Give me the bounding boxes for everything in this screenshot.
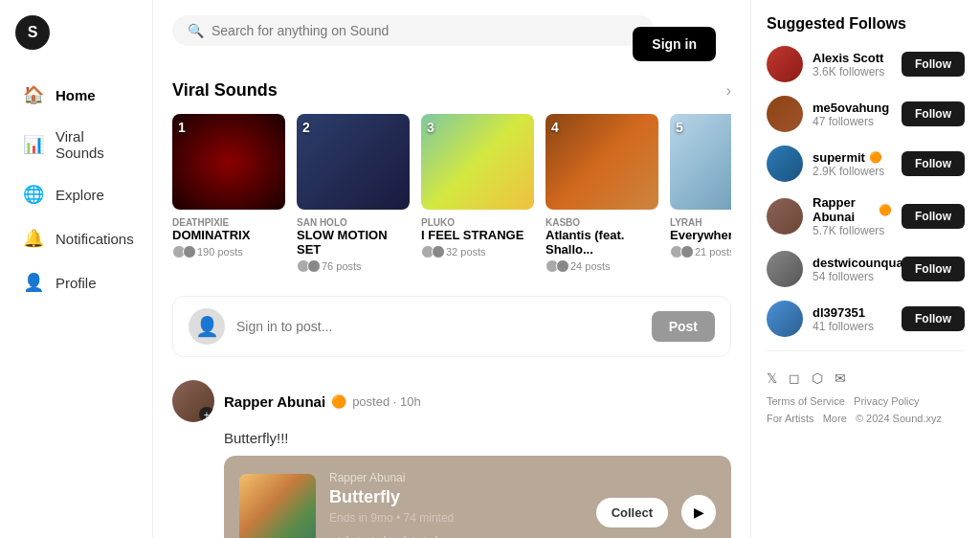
sound-name: Everywhere <box>670 228 731 242</box>
explore-icon: 🌐 <box>23 184 44 205</box>
viral-sounds-arrow[interactable]: › <box>726 82 731 100</box>
feed-post: + Rapper Abunai 🟠 posted · 10h Butterfly… <box>172 380 731 538</box>
suggest-avatar <box>767 198 803 235</box>
music-info: Rapper Abunai Butterfly Ends in 9mo • 74… <box>329 471 583 538</box>
feed-avatar[interactable]: + <box>172 380 214 422</box>
suggest-followers: 2.9K followers <box>813 165 892 178</box>
suggest-name: supermit 🟠 <box>813 150 892 165</box>
suggest-avatar <box>767 251 803 287</box>
footer-links: Terms of Service Privacy Policy For Arti… <box>767 393 965 427</box>
feed-time: 10h <box>400 394 421 409</box>
avatars-mini <box>297 259 318 273</box>
follow-button[interactable]: Follow <box>902 101 965 126</box>
suggest-item: me5ovahung 47 followers Follow <box>767 96 965 132</box>
suggest-name: dl397351 <box>813 305 892 320</box>
suggest-followers: 5.7K followers <box>813 224 892 237</box>
suggest-avatar <box>767 146 803 182</box>
post-input[interactable] <box>236 319 640 334</box>
sound-thumb: 5 <box>670 114 731 210</box>
more-link[interactable]: More <box>823 413 847 424</box>
avatar-mini <box>556 259 569 273</box>
sidebar-item-profile[interactable]: 👤 Profile <box>8 262 145 303</box>
footer: 𝕏 ◻ ⬡ ✉ Terms of Service Privacy Policy … <box>767 350 965 427</box>
signin-button[interactable]: Sign in <box>633 27 716 61</box>
verified-badge: 🟠 <box>879 204 892 216</box>
sidebar-item-label: Profile <box>56 275 97 291</box>
avatars-mini <box>670 245 691 258</box>
suggest-item: destwicounquaytracy 54 followers Follow <box>767 251 965 287</box>
discord-icon[interactable]: ⬡ <box>812 370 823 386</box>
sound-card[interactable]: 3 PLUKO I FEEL STRANGE 32 posts <box>421 114 534 273</box>
sound-card[interactable]: 4 KASBO Atlantis (feat. Shallo... 24 pos… <box>546 114 658 273</box>
suggest-item: Alexis Scott 3.6K followers Follow <box>767 46 965 82</box>
sidebar-item-notifications[interactable]: 🔔 Notifications <box>8 218 145 258</box>
follow-plus-icon[interactable]: + <box>199 407 214 422</box>
sound-card[interactable]: 2 SAN HOLO SLOW MOTION SET 76 posts <box>297 114 410 273</box>
sound-posts: 32 posts <box>421 245 534 258</box>
post-avatar: 👤 <box>189 308 225 345</box>
verified-badge: 🟠 <box>869 151 882 164</box>
sound-artist: KASBO <box>546 217 658 228</box>
suggest-info: supermit 🟠 2.9K followers <box>813 150 892 178</box>
sound-artist: DEATHPIXIE <box>172 217 285 228</box>
artists-link[interactable]: For Artists <box>767 413 814 424</box>
twitter-icon[interactable]: 𝕏 <box>767 370 777 386</box>
sidebar: S 🏠 Home 📊 Viral Sounds 🌐 Explore 🔔 Noti… <box>0 0 153 538</box>
app-logo[interactable]: S <box>15 15 50 50</box>
sound-posts: 21 posts <box>670 245 731 258</box>
sidebar-item-label: Notifications <box>56 231 134 247</box>
suggest-avatar <box>767 301 803 337</box>
sound-number: 5 <box>676 120 683 135</box>
sound-thumb: 4 <box>546 114 658 210</box>
sound-thumb: 1 <box>172 114 285 210</box>
profile-icon: 👤 <box>23 272 44 293</box>
suggest-name: destwicounquaytracy <box>813 256 892 270</box>
follow-button[interactable]: Follow <box>902 257 965 281</box>
feed-username[interactable]: Rapper Abunai <box>224 393 325 410</box>
suggest-info: Rapper Abunai 🟠 5.7K followers <box>813 195 892 237</box>
search-bar[interactable]: 🔍 <box>172 15 655 46</box>
follow-button[interactable]: Follow <box>902 151 965 176</box>
sidebar-item-viral-sounds[interactable]: 📊 Viral Sounds <box>8 119 145 170</box>
avatars-mini <box>172 245 193 258</box>
viral-sounds-icon: 📊 <box>23 134 44 155</box>
sound-card[interactable]: 5 LYRAH Everywhere 21 posts <box>670 114 731 273</box>
instagram-icon[interactable]: ◻ <box>789 370 800 386</box>
follow-button[interactable]: Follow <box>902 204 965 229</box>
suggest-list: Alexis Scott 3.6K followers Follow me5ov… <box>767 46 965 337</box>
terms-link[interactable]: Terms of Service <box>767 395 845 407</box>
follow-button[interactable]: Follow <box>902 306 965 331</box>
music-card: Rapper Abunai Butterfly Ends in 9mo • 74… <box>224 456 731 538</box>
follow-button[interactable]: Follow <box>902 52 965 77</box>
avatars-mini <box>421 245 442 258</box>
avatar-mini <box>183 245 196 258</box>
suggest-name: Alexis Scott <box>813 51 892 65</box>
suggest-followers: 3.6K followers <box>813 65 892 78</box>
privacy-link[interactable]: Privacy Policy <box>854 395 919 407</box>
avatar-mini <box>307 259 321 273</box>
sound-artist: SAN HOLO <box>297 217 410 228</box>
sidebar-item-label: Explore <box>56 187 104 203</box>
suggest-item: dl397351 41 followers Follow <box>767 301 965 337</box>
search-input[interactable] <box>212 23 639 38</box>
post-button[interactable]: Post <box>652 311 715 342</box>
sound-name: SLOW MOTION SET <box>297 228 410 257</box>
sound-number: 2 <box>302 120 310 135</box>
sidebar-item-home[interactable]: 🏠 Home <box>8 75 145 115</box>
sound-number: 1 <box>178 120 186 135</box>
sound-artist: LYRAH <box>670 217 731 228</box>
play-button[interactable]: ▶ <box>681 495 716 529</box>
suggest-info: destwicounquaytracy 54 followers <box>813 256 892 283</box>
sound-thumb: 2 <box>297 114 410 210</box>
sounds-grid: 1 DEATHPIXIE DOMINATRIX 190 posts 2 SAN … <box>172 114 731 273</box>
sidebar-item-explore[interactable]: 🌐 Explore <box>8 174 145 214</box>
sound-card[interactable]: 1 DEATHPIXIE DOMINATRIX 190 posts <box>172 114 285 273</box>
avatar-mini <box>432 245 445 258</box>
email-icon[interactable]: ✉ <box>835 370 846 386</box>
suggest-name: me5ovahung <box>813 101 892 115</box>
sound-posts: 24 posts <box>546 259 658 273</box>
suggest-info: dl397351 41 followers <box>813 305 892 333</box>
suggest-avatar <box>767 46 803 82</box>
suggest-followers: 41 followers <box>813 320 892 333</box>
collect-button[interactable]: Collect <box>596 498 668 527</box>
